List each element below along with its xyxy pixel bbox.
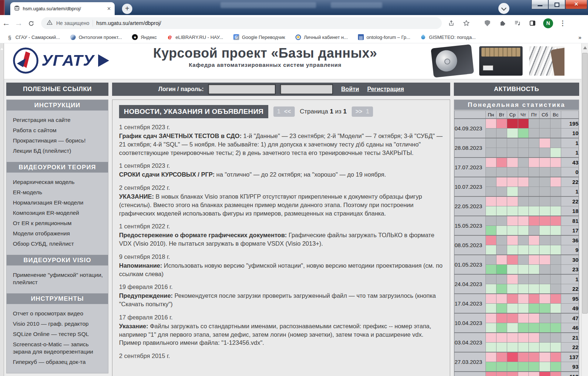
next-page-icon[interactable]: >> <box>355 108 362 115</box>
heat-cell <box>485 255 496 265</box>
url-text[interactable]: hsm.ugatu.su/artem/dbproj/ <box>96 20 161 26</box>
heat-cell <box>496 284 507 294</box>
heat-cell <box>496 129 507 138</box>
day-header: Ср <box>507 111 518 119</box>
sidebar-link[interactable]: От ER к реляционным <box>13 218 104 228</box>
new-tab-button[interactable]: + <box>122 4 132 14</box>
heat-cell <box>539 177 550 187</box>
tab-close-icon[interactable]: ✕ <box>107 6 111 11</box>
sidebar-link[interactable]: Иерархическая модель <box>13 177 104 187</box>
address-bar[interactable]: Не защищено hsm.ugatu.su/artem/dbproj/ <box>41 17 442 29</box>
elibrary-favicon-icon: e <box>166 34 173 40</box>
bookmark-item[interactable]: Личный кабинет н... <box>295 34 348 40</box>
close-button[interactable]: ✕ <box>565 0 587 9</box>
heat-cell <box>485 304 496 314</box>
sidebar-link[interactable]: ER-модель <box>13 187 104 198</box>
ugatu-logo[interactable]: УГАТУ <box>12 47 109 74</box>
heat-cell <box>485 333 496 343</box>
heat-cell <box>528 352 539 362</box>
sidebar-link[interactable]: Лекции БД (плейлист) <box>13 146 104 156</box>
sidebar-link[interactable]: Обзор СУБД, плейлист <box>13 239 104 249</box>
heat-cell <box>528 216 539 226</box>
register-link[interactable]: Регистрация <box>367 86 404 93</box>
heat-cell <box>485 372 496 376</box>
stats-row-visits: 17.04.202395 <box>455 294 579 304</box>
page-first[interactable]: 1 <box>277 108 280 115</box>
sidebar-link[interactable]: Visio 2010 — граф. редактор <box>13 319 104 329</box>
bookmark-item[interactable]: GGoogle Переводчик <box>233 34 285 40</box>
heat-cell <box>550 294 561 304</box>
heat-cell <box>507 177 518 187</box>
tab-search-button[interactable] <box>498 3 509 14</box>
heat-cell <box>485 129 496 138</box>
bookmark-item[interactable]: eeLIBRARY.RU - НАУ... <box>166 34 223 40</box>
bookmark-item[interactable]: ◆Яндекс <box>132 34 157 40</box>
minimize-button[interactable] <box>531 0 548 9</box>
security-label[interactable]: Не защищено <box>56 20 89 26</box>
sidebar-link[interactable]: Модели отображения <box>13 228 104 239</box>
scrollbar-thumb[interactable] <box>582 53 588 314</box>
heat-cell <box>550 206 561 216</box>
profile-avatar[interactable]: N <box>543 18 553 28</box>
cabinet-favicon-icon <box>295 34 301 40</box>
bookmark-item[interactable]: ontolog-forum – Гр... <box>358 34 410 40</box>
heat-cell <box>496 226 507 236</box>
back-button[interactable]: ← <box>0 18 12 28</box>
bookmark-star-icon[interactable] <box>462 19 471 28</box>
sidebar-link[interactable]: Композиция ER-моделей <box>13 208 104 218</box>
heat-cell <box>518 138 528 148</box>
heat-cell <box>550 372 561 376</box>
pagination-prev-button[interactable]: 1 << <box>273 106 295 117</box>
sidebar-link[interactable]: Регистрация на сайте <box>13 115 104 125</box>
news-item-body: График сдач ЗАЧЕТНЫХ ТЕСТОВ в СДО: 1-й "… <box>119 132 443 157</box>
playlist-icon[interactable] <box>513 19 522 28</box>
login-link[interactable]: Войти <box>341 86 359 93</box>
bookmarks-overflow-chevron[interactable]: » <box>578 34 581 40</box>
bookmark-item[interactable]: Онтология проект... <box>70 34 122 40</box>
scroll-up-icon[interactable] <box>583 46 587 49</box>
page-scrollbar[interactable] <box>581 43 588 376</box>
sidebar-link[interactable]: Screencast-o-Matic — запись экрана для в… <box>13 339 104 357</box>
bookmark-item[interactable]: §СГАУ - Самарский... <box>7 34 60 40</box>
stats-value: 137 <box>561 352 579 362</box>
sidebar-link[interactable]: Отчет о просмотрах видео <box>13 308 104 319</box>
prev-page-icon[interactable]: << <box>284 108 291 115</box>
restore-button[interactable] <box>548 0 565 9</box>
day-header: Пн <box>485 111 496 119</box>
heat-cell <box>518 284 528 294</box>
heat-cell <box>539 372 550 376</box>
sidebar-link[interactable]: SQLize Online — тестер SQL <box>13 329 104 339</box>
page-last[interactable]: 1 <box>366 108 369 115</box>
sidebar-link[interactable]: Нормализация ER-модели <box>13 198 104 208</box>
sidebar-link[interactable]: Работа с сайтом <box>13 125 104 135</box>
bookmark-item[interactable]: GISMETEO: погода... <box>420 34 476 40</box>
side-panel-icon[interactable] <box>528 19 537 28</box>
extensions-puzzle-icon[interactable] <box>498 19 507 28</box>
reload-button[interactable] <box>25 18 37 28</box>
menu-kebab-icon[interactable]: ⋮ <box>559 19 566 27</box>
adblock-shield-icon[interactable] <box>483 19 492 28</box>
browser-tab[interactable]: hsm.ugatu.su/artem/dbproj/ ✕ <box>10 2 115 15</box>
login-input[interactable] <box>208 84 276 94</box>
heat-cell <box>539 284 550 294</box>
left-frame-scrollbar[interactable] <box>0 43 4 376</box>
password-input[interactable] <box>280 84 333 94</box>
heat-cell <box>550 362 561 372</box>
share-icon[interactable] <box>447 19 456 28</box>
heat-cell <box>507 216 518 226</box>
day-header: Пт <box>528 111 539 119</box>
heat-cell <box>528 313 539 323</box>
heat-cell <box>528 372 539 376</box>
heat-cell <box>496 148 507 158</box>
sidebar-link[interactable]: Применение "уфимской" нотации, плейлист <box>13 270 104 288</box>
forward-button[interactable]: → <box>12 18 25 28</box>
pagination-next-button[interactable]: >> 1 <box>352 106 373 117</box>
stats-corner-cell <box>455 111 486 119</box>
heat-cell <box>485 167 496 177</box>
stats-date: 28.08.2023 <box>455 138 486 158</box>
sidebar-link[interactable]: Гиперкуб — образец док-та <box>13 357 104 367</box>
heat-cell <box>496 352 507 362</box>
sidebar-link[interactable]: Прокрастинация — борись! <box>13 135 104 146</box>
close-icon: ✕ <box>566 1 587 7</box>
background-window-edge <box>0 0 5 17</box>
